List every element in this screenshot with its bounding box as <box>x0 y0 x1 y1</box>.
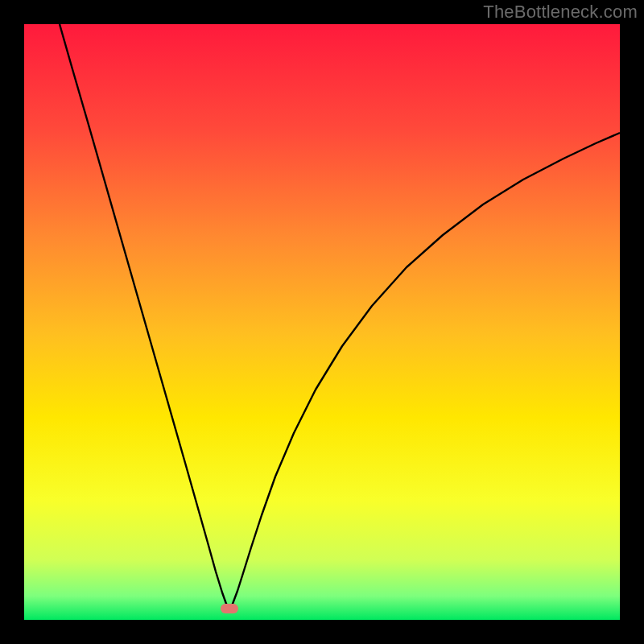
curve-layer <box>24 24 620 620</box>
plot-area <box>24 24 620 620</box>
minimum-marker <box>221 604 238 613</box>
chart-frame: TheBottleneck.com <box>0 0 644 644</box>
watermark-text: TheBottleneck.com <box>483 2 638 23</box>
bottleneck-curve <box>60 24 620 609</box>
